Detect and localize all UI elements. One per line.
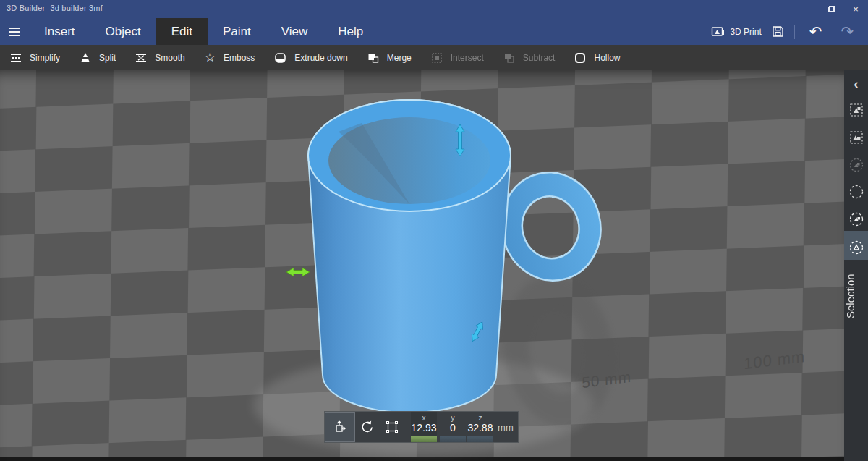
intersect-button[interactable]: Intersect	[431, 52, 484, 64]
x-axis-color-bar	[411, 436, 437, 442]
3d-builder-window: 3D Builder -3d builder 3mf × Insert Obje…	[0, 0, 868, 461]
hollow-button[interactable]: Hollow	[574, 52, 620, 64]
select-all-icon	[848, 102, 864, 118]
x-axis-label: x	[411, 412, 437, 421]
save-button[interactable]	[772, 25, 784, 38]
y-position-value: 0	[440, 421, 466, 436]
redo-button[interactable]: ↷	[836, 24, 858, 39]
toolbar-label: Split	[99, 53, 116, 63]
subtract-icon	[503, 52, 515, 64]
toolbar-label: Emboss	[224, 53, 255, 63]
title-bar: 3D Builder -3d builder 3mf ×	[0, 0, 868, 18]
y-position-field[interactable]: y 0	[440, 412, 466, 442]
selection-panel-label: Selection	[844, 263, 868, 329]
smooth-icon	[135, 52, 147, 64]
intersect-icon	[431, 52, 443, 64]
paint-selection-button[interactable]	[844, 154, 868, 176]
save-icon	[772, 25, 784, 38]
move-icon	[333, 420, 347, 434]
menu-item-view[interactable]: View	[266, 18, 323, 45]
z-position-value: 32.88	[467, 421, 493, 436]
toolbar-label: Simplify	[30, 53, 60, 63]
z-position-field[interactable]: z 32.88	[467, 412, 493, 442]
close-button[interactable]: ×	[843, 0, 868, 18]
y-axis-label: y	[440, 412, 466, 421]
hamburger-menu-button[interactable]	[0, 18, 29, 45]
invert-selection-icon	[848, 211, 864, 227]
menu-right-actions: 3D Print ↶ ↷	[711, 18, 858, 45]
rotate-tool-button[interactable]	[355, 412, 380, 442]
menu-bar: Insert Object Edit Paint View Help 3D Pr…	[0, 18, 868, 45]
merge-icon	[367, 52, 379, 64]
y-axis-color-bar	[440, 436, 466, 442]
paint-selection-icon	[848, 157, 864, 173]
3d-printer-icon	[711, 26, 725, 38]
window-title: 3D Builder -3d builder 3mf	[7, 4, 103, 12]
menu-item-paint[interactable]: Paint	[208, 18, 266, 45]
select-multiple-icon	[848, 130, 864, 145]
minimize-button[interactable]	[794, 0, 819, 18]
menu-item-insert[interactable]: Insert	[29, 18, 90, 45]
split-button[interactable]: Split	[80, 52, 116, 64]
simplify-icon	[10, 52, 22, 64]
merge-button[interactable]: Merge	[367, 52, 412, 64]
edit-toolbar: Simplify Split Smooth ☆ Emboss Extrude d…	[0, 45, 868, 70]
toolbar-label: Intersect	[451, 53, 484, 63]
menu-item-edit[interactable]: Edit	[156, 18, 208, 45]
scale-icon	[385, 420, 399, 434]
hamburger-icon	[9, 28, 20, 29]
toolbar-label: Merge	[387, 53, 412, 63]
toolbar-label: Smooth	[155, 53, 184, 63]
3d-print-button[interactable]: 3D Print	[711, 26, 761, 38]
window-controls: ×	[794, 0, 868, 18]
expand-panel-button[interactable]: ‹	[844, 73, 868, 95]
z-axis-color-bar	[467, 436, 493, 442]
hollow-icon	[574, 52, 586, 64]
select-multiple-button[interactable]	[844, 127, 868, 148]
extrude-down-icon	[274, 52, 286, 64]
menu-items: Insert Object Edit Paint View Help	[29, 18, 378, 45]
minimize-icon	[803, 9, 810, 9]
x-position-field[interactable]: x 12.93	[411, 412, 437, 442]
restore-icon	[828, 6, 835, 12]
selection-tool-button[interactable]	[844, 237, 868, 258]
subtract-button[interactable]: Subtract	[503, 52, 556, 64]
undo-button[interactable]: ↶	[805, 24, 827, 39]
smooth-button[interactable]: Smooth	[135, 52, 184, 64]
divider	[794, 25, 795, 39]
lasso-selection-button[interactable]	[844, 181, 868, 203]
scale-handle-left[interactable]	[286, 268, 310, 276]
3d-scene	[0, 70, 844, 461]
toolbar-label: Extrude down	[294, 53, 347, 63]
selection-sidebar: ‹	[844, 70, 868, 461]
scale-tool-button[interactable]	[380, 412, 404, 442]
rotate-icon	[360, 420, 375, 434]
z-axis-label: z	[467, 412, 493, 421]
lasso-selection-icon	[848, 184, 864, 200]
split-icon	[80, 52, 91, 64]
x-position-value: 12.93	[411, 421, 437, 436]
menu-item-object[interactable]: Object	[90, 18, 156, 45]
3d-print-label: 3D Print	[730, 27, 761, 37]
transform-bar: x 12.93 y 0 z 32.88 mm	[324, 411, 519, 443]
select-all-button[interactable]	[844, 99, 868, 121]
menu-item-help[interactable]: Help	[323, 18, 378, 45]
3d-viewport[interactable]: 50 mm 100 mm	[0, 70, 844, 461]
move-tool-button[interactable]	[325, 412, 355, 442]
extrude-down-button[interactable]: Extrude down	[274, 52, 347, 64]
toolbar-label: Hollow	[594, 53, 620, 63]
restore-button[interactable]	[819, 0, 843, 18]
simplify-button[interactable]: Simplify	[10, 52, 60, 64]
selection-tool-icon	[848, 240, 864, 255]
unit-label: mm	[493, 412, 518, 442]
invert-selection-button[interactable]	[844, 208, 868, 230]
emboss-button[interactable]: ☆ Emboss	[205, 51, 255, 64]
emboss-star-icon: ☆	[205, 51, 216, 64]
toolbar-label: Subtract	[523, 53, 556, 63]
